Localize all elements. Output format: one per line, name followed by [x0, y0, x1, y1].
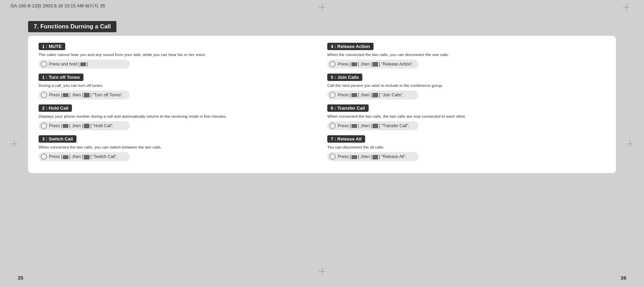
instr-tones-text: Press [] ,then [] "Turn off Tones". [49, 93, 123, 97]
page-number-left: 35 [18, 275, 24, 281]
section-switch-desc: When connected the two calls, you can sw… [39, 144, 317, 150]
crosshair-top-center [318, 4, 326, 11]
section-tones-desc: During a call, you can turn off tones. [39, 83, 317, 88]
section-join-title: 5 : Join Calls [327, 74, 362, 81]
section-release-action-instruction: Press [] ,then [] "Release Action". [327, 60, 418, 69]
instr-hold-text: Press [] ,then [] "Hold Call". [49, 123, 114, 128]
section-release-all-desc: You can disconnect the all calls. [327, 144, 605, 150]
phone-icon-tones1 [63, 93, 68, 97]
header-text: GA-160-8-13판 2003.8.16 10:15 AM 페이지 35 [11, 3, 105, 9]
menu-icon-rall [373, 155, 378, 159]
phone-icon-tc1 [351, 124, 357, 128]
page-title: 7. Functions Durning a Call [28, 21, 116, 32]
section-switch-instruction: Press [] ,then [] "Switch Call". [39, 152, 130, 161]
section-transfer-title: 6 : Transfer Call [327, 104, 369, 112]
instr-mute-text: Press and hold []. [49, 62, 89, 67]
section-hold-title: 2 : Hold Call [39, 104, 72, 112]
left-column: 1 : MUTE The caller cannot hear you and … [39, 43, 317, 166]
menu-icon-tc [373, 124, 378, 128]
circle-icon-release-all [329, 153, 336, 160]
main-content: 7. Functions Durning a Call 1 : MUTE The… [28, 21, 616, 269]
section-join-calls: 5 : Join Calls Call the next person you … [327, 74, 605, 100]
section-release-action-title: 4 : Release Action [327, 43, 374, 50]
section-transfer-desc: When connected the two calls, the two ca… [327, 114, 605, 119]
phone-icon-hold1 [63, 124, 68, 128]
header-label: GA-160-8-13판 2003.8.16 10:15 AM 페이지 35 [11, 3, 105, 8]
instr-join-text: Press [] ,then [] "Join Calls". [338, 93, 404, 97]
phone-icon-mute [80, 62, 86, 66]
section-mute: 1 : MUTE The caller cannot hear you and … [39, 43, 317, 69]
crosshair-mid-right [626, 140, 633, 147]
section-switch-title: 3 : Switch Call [39, 135, 76, 143]
instr-release-action-text: Press [] ,then [] "Release Action". [338, 62, 414, 67]
circle-icon-mute [41, 61, 47, 67]
section-release-action: 4 : Release Action When the connected th… [327, 43, 605, 69]
circle-icon-hold [41, 123, 47, 129]
content-box: 1 : MUTE The caller cannot hear you and … [28, 36, 616, 173]
instr-transfer-text: Press [] ,then [] "Transfer Call". [338, 123, 409, 128]
circle-icon-switch [41, 153, 47, 160]
phone-icon-ra1 [351, 62, 357, 66]
phone-icon-switch1 [63, 155, 68, 159]
section-join-instruction: Press [] ,then [] "Join Calls". [327, 90, 418, 100]
crosshair-top-right [623, 4, 630, 11]
hold-icon [84, 124, 89, 128]
book-icon-tones [84, 93, 89, 97]
section-hold-instruction: Press [] ,then [] "Hold Call". [39, 121, 130, 130]
phone-icon-join1 [351, 93, 357, 97]
section-turn-off-tones: 1 : Turn off Tones During a call, you ca… [39, 74, 317, 100]
instr-release-all-text: Press [] ,then [] "Release All". [338, 154, 407, 159]
section-hold-desc: Displays your phone number during a call… [39, 114, 317, 119]
crosshair-mid-left [11, 140, 18, 147]
section-release-all-title: 7 : Release All [327, 135, 365, 143]
phone-icon-rall1 [351, 155, 357, 159]
circle-icon-release-action [329, 61, 336, 67]
section-join-desc: Call the next person you wish to include… [327, 83, 605, 88]
menu-icon-ra [373, 62, 378, 67]
page-number-right: 36 [620, 275, 626, 281]
section-tones-title: 1 : Turn off Tones [39, 74, 83, 81]
section-transfer-call: 6 : Transfer Call When connected the two… [327, 104, 605, 130]
circle-icon-join [329, 92, 336, 98]
menu-icon-switch [84, 155, 89, 159]
section-tones-instruction: Press [] ,then [] "Turn off Tones". [39, 90, 130, 100]
right-column: 4 : Release Action When the connected th… [327, 43, 605, 166]
section-hold-call: 2 : Hold Call Displays your phone number… [39, 104, 317, 130]
section-switch-call: 3 : Switch Call When connected the two c… [39, 135, 317, 161]
section-mute-title: 1 : MUTE [39, 43, 65, 50]
instr-switch-text: Press [] ,then [] "Switch Call". [49, 154, 118, 159]
section-release-all: 7 : Release All You can disconnect the a… [327, 135, 605, 161]
menu-icon-join [373, 93, 378, 97]
section-transfer-instruction: Press [] ,then [] "Transfer Call". [327, 121, 418, 130]
circle-icon-transfer [329, 123, 336, 129]
circle-icon-tones [41, 92, 47, 98]
section-mute-desc: The caller cannot hear you and any sound… [39, 52, 317, 57]
section-release-action-desc: When the connected the two calls, you ca… [327, 52, 605, 57]
section-mute-instruction: Press and hold []. [39, 60, 130, 69]
section-release-all-instruction: Press [] ,then [] "Release All". [327, 152, 418, 161]
